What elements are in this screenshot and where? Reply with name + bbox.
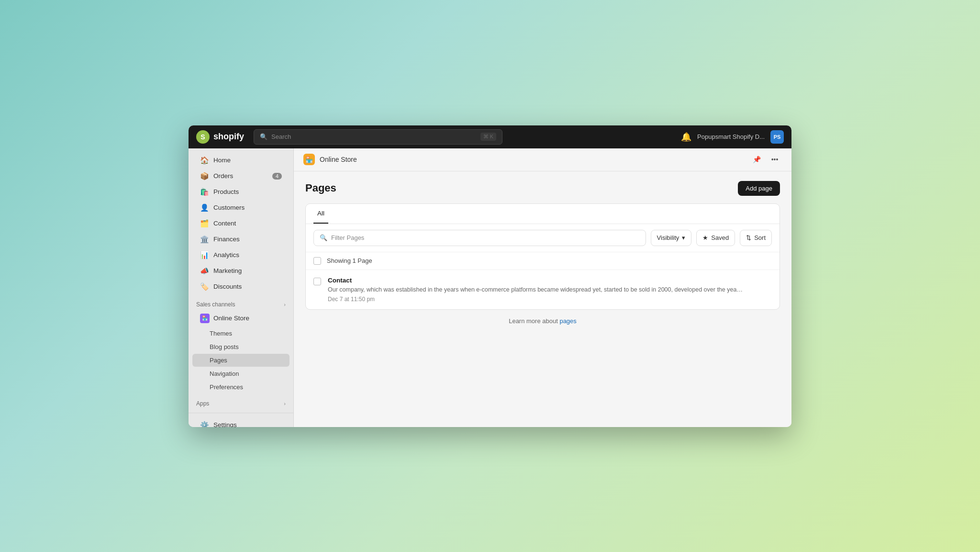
sidebar-item-discounts[interactable]: 🏷️ Discounts <box>192 279 290 294</box>
search-shortcut: ⌘ K <box>480 133 496 141</box>
avatar[interactable]: PS <box>770 130 784 144</box>
online-store-label: Online Store <box>213 315 249 322</box>
blog-posts-label: Blog posts <box>210 343 239 350</box>
sales-channels-label: Sales channels <box>196 301 235 308</box>
finances-icon: 🏛️ <box>200 235 209 244</box>
sidebar-item-label-finances: Finances <box>213 236 240 243</box>
products-icon: 🛍️ <box>200 188 209 196</box>
navigation-label: Navigation <box>210 370 239 377</box>
sidebar-subitem-blog-posts[interactable]: Blog posts <box>192 340 290 353</box>
sidebar-item-label-discounts: Discounts <box>213 283 242 290</box>
row-content: Contact Our company, which was establish… <box>328 277 772 303</box>
learn-more-link[interactable]: pages <box>559 317 576 325</box>
sidebar-item-content[interactable]: 🗂️ Content <box>192 216 290 231</box>
orders-badge: 4 <box>272 173 282 180</box>
sidebar-item-settings[interactable]: ⚙️ Settings <box>192 417 290 427</box>
more-button[interactable]: ••• <box>768 152 782 167</box>
saved-button[interactable]: ★ Saved <box>696 230 735 246</box>
sidebar-subitem-preferences[interactable]: Preferences <box>192 381 290 394</box>
row-title: Contact <box>328 277 772 284</box>
search-placeholder-text: Search <box>271 133 291 140</box>
showing-row: Showing 1 Page <box>306 252 780 270</box>
sidebar-subitem-pages[interactable]: Pages <box>192 354 290 367</box>
store-name: Popupsmart Shopify D... <box>697 133 765 140</box>
sort-label: Sort <box>754 234 766 241</box>
sidebar-item-orders[interactable]: 📦 Orders 4 <box>192 169 290 184</box>
filter-placeholder: Filter Pages <box>331 234 364 241</box>
discounts-icon: 🏷️ <box>200 282 209 291</box>
sidebar-nav: 🏠 Home 📦 Orders 4 🛍️ Products 👤 Customer… <box>189 148 293 413</box>
select-all-checkbox[interactable] <box>313 257 321 265</box>
customers-icon: 👤 <box>200 203 209 212</box>
sidebar-item-label-content: Content <box>213 220 236 227</box>
sidebar-item-label-customers: Customers <box>213 204 245 211</box>
pages-label: Pages <box>210 357 227 364</box>
online-store-icon: 🏪 <box>200 314 210 323</box>
row-excerpt: Our company, which was established in th… <box>328 286 772 294</box>
showing-text: Showing 1 Page <box>327 257 372 264</box>
saved-star-icon: ★ <box>702 234 708 241</box>
sidebar-item-label-analytics: Analytics <box>213 251 239 259</box>
sidebar-bottom: ⚙️ Settings <box>189 413 293 427</box>
learn-more-text: Learn more about <box>509 317 559 325</box>
sidebar-item-analytics[interactable]: 📊 Analytics <box>192 248 290 263</box>
sidebar-item-finances[interactable]: 🏛️ Finances <box>192 232 290 247</box>
apps-expand-icon[interactable]: › <box>284 401 286 406</box>
sidebar-item-home[interactable]: 🏠 Home <box>192 153 290 168</box>
sidebar-item-online-store[interactable]: 🏪 Online Store <box>192 310 290 327</box>
main-layout: 🏠 Home 📦 Orders 4 🛍️ Products 👤 Customer… <box>189 148 791 427</box>
home-icon: 🏠 <box>200 156 209 165</box>
sidebar-item-label-orders: Orders <box>213 172 233 180</box>
visibility-label: Visibility <box>657 234 679 241</box>
analytics-icon: 📊 <box>200 251 209 259</box>
themes-label: Themes <box>210 330 232 337</box>
shopify-wordmark: shopify <box>213 132 244 142</box>
sidebar-item-marketing[interactable]: 📣 Marketing <box>192 263 290 279</box>
sidebar-item-label-products: Products <box>213 188 239 195</box>
content-icon: 🗂️ <box>200 219 209 228</box>
search-bar[interactable]: 🔍 Search ⌘ K <box>254 129 502 145</box>
sidebar-item-label-home: Home <box>213 157 231 164</box>
sidebar-item-customers[interactable]: 👤 Customers <box>192 200 290 215</box>
app-window: S shopify 🔍 Search ⌘ K 🔔 Popupsmart Shop… <box>189 125 791 427</box>
tab-all[interactable]: All <box>313 204 328 224</box>
shopify-icon: S <box>196 130 210 144</box>
section-icon: 🏪 <box>303 154 315 165</box>
filter-search[interactable]: 🔍 Filter Pages <box>313 230 646 246</box>
learn-more: Learn more about pages <box>305 310 780 332</box>
sort-icon: ⇅ <box>746 234 751 241</box>
content-topbar: 🏪 Online Store 📌 ••• <box>294 148 791 171</box>
tabs-row: All <box>306 204 780 224</box>
settings-icon: ⚙️ <box>200 421 209 427</box>
sidebar-subitem-navigation[interactable]: Navigation <box>192 367 290 380</box>
topbar: S shopify 🔍 Search ⌘ K 🔔 Popupsmart Shop… <box>189 125 791 148</box>
preferences-label: Preferences <box>210 383 243 391</box>
pin-button[interactable]: 📌 <box>749 152 764 167</box>
table-row[interactable]: Contact Our company, which was establish… <box>306 270 780 310</box>
sort-button[interactable]: ⇅ Sort <box>740 230 772 246</box>
shopify-logo: S shopify <box>196 130 244 144</box>
section-title: Online Store <box>320 156 357 163</box>
visibility-filter-button[interactable]: Visibility ▾ <box>651 230 692 246</box>
content-topbar-actions: 📌 ••• <box>749 152 782 167</box>
search-filter-icon: 🔍 <box>320 234 327 241</box>
sidebar-subitem-themes[interactable]: Themes <box>192 327 290 340</box>
visibility-chevron-icon: ▾ <box>682 234 685 241</box>
row-date: Dec 7 at 11:50 pm <box>328 296 772 303</box>
apps-label: Apps <box>196 400 209 407</box>
notification-icon[interactable]: 🔔 <box>681 132 691 142</box>
apps-header: Apps › <box>189 395 293 409</box>
orders-icon: 📦 <box>200 172 209 180</box>
pages-header: Pages Add page <box>305 181 780 196</box>
sidebar-item-products[interactable]: 🛍️ Products <box>192 184 290 200</box>
add-page-button[interactable]: Add page <box>738 181 780 196</box>
settings-label: Settings <box>213 421 237 427</box>
sales-channels-expand-icon[interactable]: › <box>284 302 286 307</box>
row-checkbox[interactable] <box>313 278 321 285</box>
content-area: 🏪 Online Store 📌 ••• Pages Add page <box>294 148 791 427</box>
page-title: Pages <box>305 182 336 194</box>
search-icon: 🔍 <box>260 133 267 140</box>
pages-card: All 🔍 Filter Pages Visibility ▾ <box>305 203 780 310</box>
topbar-right: 🔔 Popupsmart Shopify D... PS <box>681 130 784 144</box>
sales-channels-header: Sales channels › <box>189 296 293 310</box>
